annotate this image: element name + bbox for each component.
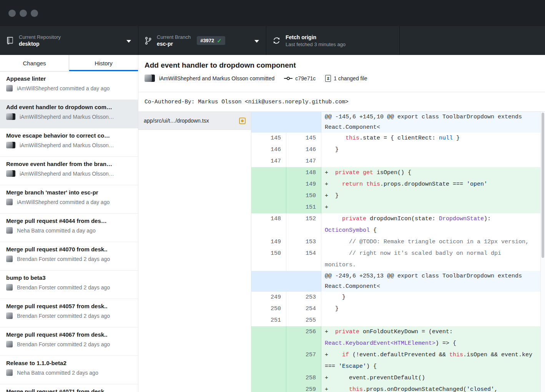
commit-item-title: Merge pull request #4044 from des… — [6, 218, 132, 224]
commit-item-meta: iAmWillShepherd and Markus Olsson… — [6, 113, 132, 120]
commit-list-item[interactable]: Remove event handler from the bran… iAmW… — [0, 157, 138, 185]
commit-item-title: Remove event handler from the bran… — [6, 161, 132, 167]
commit-item-meta: Brendan Forster committed 2 days ago — [6, 284, 132, 291]
sync-icon — [272, 37, 281, 45]
diff-line: 151+ — [251, 202, 545, 213]
commit-item-meta-text: iAmWillShepherd and Markus Olsson… — [20, 114, 114, 120]
diff-scrollbar-thumb[interactable] — [542, 113, 544, 258]
commit-item-meta: iAmWillShepherd committed a day ago — [6, 85, 132, 92]
commit-list-item[interactable]: Merge pull request #4071 from desk.. — [0, 384, 138, 392]
app-toolbar: Current Repository desktop Current Branc… — [0, 26, 545, 55]
commit-list-item[interactable]: Appease linter iAmWillShepherd committed… — [0, 71, 138, 100]
close-button[interactable] — [8, 10, 16, 17]
diff-line: 145145 this.state = { clientRect: null } — [251, 133, 545, 144]
commit-byline-row: iAmWillShepherd and Markus Olsson commit… — [145, 75, 539, 82]
branch-text: Current Branch esc-pr — [157, 34, 191, 48]
avatar — [6, 170, 16, 177]
diff-hunk-header: @@ -249,6 +253,13 @@ export class Toolba… — [251, 271, 545, 292]
diff-line: 148152 private dropdownIcon(state: Dropd… — [251, 213, 545, 236]
git-commit-icon — [284, 76, 292, 81]
avatar — [6, 341, 13, 348]
git-branch-icon — [145, 37, 152, 45]
commit-list-item[interactable]: Merge pull request #4057 from desk.. Bre… — [0, 299, 138, 327]
commit-item-meta: iAmWillShepherd and Markus Olsson… — [6, 170, 132, 177]
commit-list-item[interactable]: Add event handler to dropdown com… iAmWi… — [0, 100, 138, 128]
repo-icon — [6, 37, 14, 45]
window-titlebar — [0, 0, 545, 26]
branch-label: Current Branch — [157, 34, 191, 40]
avatar — [6, 369, 13, 376]
diff-line: 150+ } — [251, 190, 545, 202]
diff-line: 258+ event.preventDefault() — [251, 372, 545, 384]
commit-item-meta-text: iAmWillShepherd committed a day ago — [17, 85, 110, 91]
diff-hunk-header: @@ -145,6 +145,10 @@ export class Toolba… — [251, 112, 545, 133]
window-controls — [8, 10, 38, 17]
changed-files-panel: app/src/ui/t…/dropdown.tsx — [138, 112, 251, 392]
avatar — [6, 227, 13, 234]
diff-scrollbar — [540, 112, 545, 392]
file-list-item[interactable]: app/src/ui/t…/dropdown.tsx — [138, 112, 251, 130]
commit-item-title: bump to beta3 — [6, 274, 132, 281]
diff-line: 148+ private get isOpen() { — [251, 167, 545, 179]
commit-item-meta-text: iAmWillShepherd and Markus Olsson… — [20, 142, 114, 148]
commit-item-meta-text: Brendan Forster committed 2 days ago — [17, 313, 110, 319]
tab-history[interactable]: History — [69, 55, 138, 71]
sidebar: Changes History Appease linter iAmWillSh… — [0, 55, 138, 392]
app-content: Changes History Appease linter iAmWillSh… — [0, 55, 545, 392]
commit-list-item[interactable]: Merge branch 'master' into esc-pr iAmWil… — [0, 185, 138, 214]
commit-item-title: Merge pull request #4071 from desk.. — [6, 388, 132, 392]
fetch-origin-button[interactable]: Fetch origin Last fetched 3 minutes ago — [266, 26, 400, 55]
avatar — [6, 284, 13, 291]
pr-number: #3972 — [200, 38, 214, 43]
commit-item-title: Merge pull request #4070 from desk.. — [6, 246, 132, 252]
fetch-sublabel: Last fetched 3 minutes ago — [286, 41, 346, 48]
commit-list-item[interactable]: Merge pull request #4067 from desk.. Bre… — [0, 327, 138, 356]
commit-list-item[interactable]: Merge pull request #4044 from des… Neha … — [0, 214, 138, 242]
diff-line: 259+ this.props.onDropdownStateChanged('… — [251, 384, 545, 392]
commit-item-meta-text: iAmWillShepherd and Markus Olsson… — [20, 171, 114, 177]
changed-files-count: 1 changed file — [334, 75, 367, 81]
commit-detail-panel: Add event handler to dropdown component … — [138, 55, 545, 392]
branch-name: esc-pr — [157, 40, 191, 48]
commit-item-title: Move escape behavior to correct co… — [6, 132, 132, 139]
current-branch-button[interactable]: Current Branch esc-pr #3972 ✓ — [138, 26, 266, 55]
commit-item-meta: iAmWillShepherd committed a day ago — [6, 199, 132, 206]
commit-item-meta: iAmWillShepherd and Markus Olsson… — [6, 142, 132, 149]
diff-line: 146146 } — [251, 144, 545, 156]
commit-item-meta-text: Neha Batra committed a day ago — [17, 228, 96, 234]
repository-name: desktop — [19, 40, 61, 48]
current-repository-button[interactable]: Current Repository desktop — [0, 26, 138, 55]
commit-sha-group: c79e71c — [284, 75, 316, 81]
diff-line: 256+ private onFoldoutKeyDown = (event: … — [251, 326, 545, 349]
commit-list-item[interactable]: Merge pull request #4070 from desk.. Bre… — [0, 242, 138, 271]
avatar — [6, 199, 13, 206]
avatar — [6, 256, 13, 262]
diff-line: 251255 — [251, 315, 545, 326]
tab-changes[interactable]: Changes — [0, 55, 69, 71]
commit-list-item[interactable]: Move escape behavior to correct co… iAmW… — [0, 128, 138, 157]
commit-list-item[interactable]: Release to 1.1.0-beta2 Neha Batra commit… — [0, 356, 138, 384]
commit-item-meta-text: Brendan Forster committed 2 days ago — [17, 341, 110, 347]
diff-area: app/src/ui/t…/dropdown.tsx @@ -145,6 +14… — [138, 112, 545, 392]
commit-summary-header: Add event handler to dropdown component … — [138, 55, 545, 92]
minimize-button[interactable] — [20, 10, 27, 17]
commit-message-body: Co-Authored-By: Markus Olsson <niik@user… — [138, 92, 545, 112]
commit-item-title: Release to 1.1.0-beta2 — [6, 360, 132, 366]
commit-item-title: Merge pull request #4057 from desk.. — [6, 303, 132, 309]
diff-lines: @@ -145,6 +145,10 @@ export class Toolba… — [251, 112, 545, 392]
commit-history-list: Appease linter iAmWillShepherd committed… — [0, 71, 138, 392]
commit-item-meta-text: iAmWillShepherd committed a day ago — [17, 199, 110, 205]
diff-line: 149153 // @TODO: Remake triangle octicon… — [251, 236, 545, 248]
diff-line: 250254 } — [251, 303, 545, 315]
diff-line: 147147 — [251, 156, 545, 167]
commit-item-title: Merge pull request #4067 from desk.. — [6, 331, 132, 338]
commit-item-meta: Neha Batra committed 2 days ago — [6, 369, 132, 376]
commit-item-meta-text: Brendan Forster committed 2 days ago — [17, 284, 110, 291]
commit-list-item[interactable]: bump to beta3 Brendan Forster committed … — [0, 271, 138, 299]
pr-status-badge[interactable]: #3972 ✓ — [197, 36, 225, 45]
commit-item-title: Add event handler to dropdown com… — [6, 104, 132, 110]
check-icon: ✓ — [217, 38, 222, 43]
diff-line: 257+ if (!event.defaultPrevented && this… — [251, 349, 545, 372]
toolbar-spacer — [400, 26, 545, 55]
zoom-button[interactable] — [31, 10, 38, 17]
